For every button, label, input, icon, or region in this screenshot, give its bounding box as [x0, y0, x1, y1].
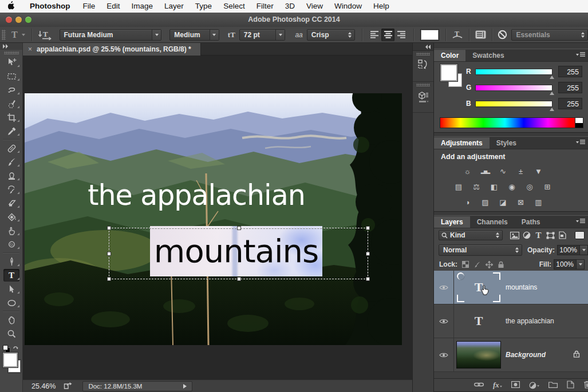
align-center-button[interactable] — [381, 29, 395, 41]
menu-help[interactable]: Help — [368, 0, 395, 13]
tab-close-icon[interactable]: × — [28, 45, 32, 53]
levels-icon[interactable]: ▂▅▂ — [479, 167, 492, 176]
filter-shape-layers-icon[interactable] — [544, 231, 557, 240]
menu-photoshop[interactable]: Photoshop — [23, 0, 77, 13]
handle-top-left[interactable] — [107, 226, 111, 230]
red-value[interactable]: 255 — [558, 66, 582, 77]
toolbar-grip[interactable] — [4, 52, 19, 54]
color-lookup-icon[interactable]: ⊞ — [540, 182, 554, 192]
handle-top-right[interactable] — [366, 226, 370, 230]
blue-value[interactable]: 255 — [558, 98, 582, 109]
menu-window[interactable]: Window — [329, 0, 368, 13]
new-adjustment-layer-icon[interactable] — [529, 382, 539, 389]
history-brush-tool[interactable] — [0, 183, 23, 196]
opacity-control[interactable]: 100% — [557, 245, 588, 255]
transform-selection-box[interactable] — [109, 228, 368, 279]
status-options-arrow-icon[interactable] — [183, 384, 187, 389]
filter-kind-select[interactable]: Kind — [439, 230, 503, 240]
default-colors-widget[interactable] — [0, 343, 22, 351]
link-layers-icon[interactable] — [474, 381, 484, 389]
text-color-swatch[interactable] — [420, 29, 439, 41]
color-balance-icon[interactable]: ⚖ — [469, 182, 483, 192]
menu-file[interactable]: File — [77, 0, 101, 13]
tab-color[interactable]: Color — [434, 50, 465, 61]
menu-3d[interactable]: 3D — [279, 0, 301, 13]
layer-name[interactable]: mountains — [506, 283, 537, 291]
new-layer-icon[interactable] — [567, 381, 574, 390]
path-selection-tool[interactable] — [0, 282, 23, 296]
menu-view[interactable]: View — [301, 0, 329, 13]
foreground-color-swatch[interactable] — [3, 353, 18, 367]
foreground-background-colors[interactable] — [0, 352, 22, 378]
filter-smart-objects-icon[interactable] — [557, 231, 569, 240]
canvas-area[interactable]: the appalachian mountains — [23, 56, 412, 379]
handle-top-center[interactable] — [237, 226, 241, 230]
visibility-eye-icon[interactable] — [434, 338, 454, 371]
menu-type[interactable]: Type — [190, 0, 218, 13]
marquee-tool[interactable] — [0, 69, 23, 83]
exposure-icon[interactable]: ± — [514, 167, 528, 176]
layer-thumbnail-mountains[interactable]: T — [454, 271, 503, 304]
swap-colors-icon[interactable] — [13, 344, 19, 350]
zoom-level[interactable]: 25.46% — [31, 382, 56, 390]
add-layer-mask-icon[interactable] — [511, 381, 520, 390]
warp-text-icon[interactable]: T — [452, 30, 463, 39]
handle-mid-left[interactable] — [107, 252, 111, 256]
foreground-swatch[interactable] — [440, 64, 457, 81]
posterize-icon[interactable]: ▨ — [479, 197, 492, 207]
handle-bottom-center[interactable] — [237, 277, 241, 281]
fill-value[interactable]: 100% — [554, 259, 577, 270]
workspace-select[interactable]: Essentials — [511, 29, 588, 41]
green-slider[interactable] — [475, 85, 553, 91]
align-right-button[interactable] — [394, 29, 408, 41]
gradient-map-icon[interactable]: ▥ — [532, 197, 546, 207]
handle-bottom-right[interactable] — [366, 277, 370, 281]
document-image[interactable]: the appalachian mountains — [25, 93, 402, 345]
tool-preset-dropdown-icon[interactable] — [22, 34, 25, 36]
share-icon[interactable] — [64, 382, 72, 391]
expand-panels-icon[interactable] — [413, 43, 433, 51]
hue-saturation-icon[interactable]: ▤ — [452, 182, 465, 192]
eraser-tool[interactable] — [0, 196, 23, 210]
lock-all-icon[interactable] — [498, 261, 504, 268]
tab-channels[interactable]: Channels — [470, 216, 515, 228]
delete-layer-icon[interactable] — [583, 381, 588, 390]
gradient-tool[interactable] — [0, 210, 23, 224]
layers-panel-menu-icon[interactable] — [576, 219, 585, 224]
properties-panel-button[interactable] — [413, 82, 433, 113]
brightness-contrast-icon[interactable]: ☼ — [461, 167, 475, 176]
text-orientation-icon[interactable]: T — [38, 30, 53, 40]
document-size-status[interactable]: Doc: 12.8M/15.3M — [82, 381, 192, 391]
white-swatch[interactable] — [575, 118, 583, 123]
zoom-tool[interactable] — [0, 327, 23, 340]
opacity-value[interactable]: 100% — [557, 245, 580, 255]
hand-tool[interactable] — [0, 313, 23, 327]
layer-thumbnail-appalachian[interactable]: T — [454, 304, 503, 338]
tab-adjustments[interactable]: Adjustments — [434, 137, 490, 149]
layer-thumbnail-background[interactable] — [454, 338, 503, 371]
quick-selection-tool[interactable] — [0, 97, 23, 110]
font-style-dropdown-icon[interactable] — [210, 30, 219, 40]
layer-name[interactable]: the appalachian — [506, 317, 554, 325]
tab-paths[interactable]: Paths — [515, 216, 547, 228]
document-tab[interactable]: × appalachian.psd @ 25.5% (mountains, RG… — [23, 43, 201, 56]
spot-healing-brush-tool[interactable] — [0, 141, 23, 155]
color-panel-swatches[interactable] — [440, 64, 463, 89]
new-group-icon[interactable] — [548, 381, 558, 390]
brush-tool[interactable] — [0, 155, 23, 169]
curves-icon[interactable]: ∿ — [496, 167, 510, 176]
cancel-edits-icon[interactable] — [498, 30, 507, 39]
lock-transparency-icon[interactable] — [462, 261, 469, 268]
clone-stamp-tool[interactable] — [0, 169, 23, 183]
workspace-dropdown-icon[interactable] — [581, 32, 585, 38]
font-family-select[interactable]: Futura Medium — [60, 29, 162, 41]
font-family-dropdown-icon[interactable] — [152, 30, 161, 40]
font-style-select[interactable]: Medium — [169, 29, 219, 41]
move-tool[interactable] — [0, 56, 23, 69]
photo-filter-icon[interactable]: ◉ — [505, 182, 519, 192]
green-value[interactable]: 255 — [558, 82, 582, 93]
black-white-icon[interactable]: ◧ — [487, 182, 501, 192]
opacity-dropdown-icon[interactable] — [580, 245, 588, 255]
layer-name[interactable]: Background — [506, 351, 546, 359]
filter-adjustment-layers-icon[interactable] — [520, 231, 532, 240]
